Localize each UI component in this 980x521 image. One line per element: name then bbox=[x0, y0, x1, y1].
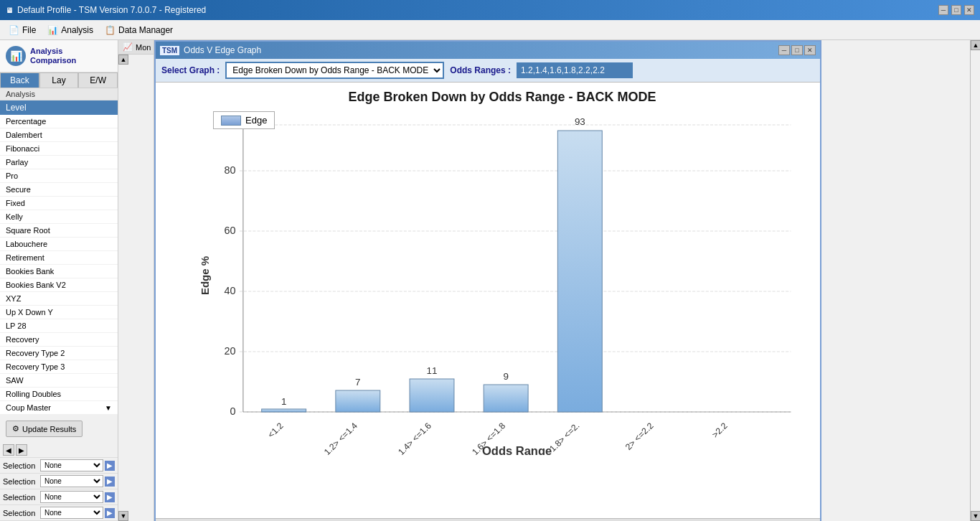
app-title: Default Profile - TSM Version 7.0.0.7 - … bbox=[17, 5, 206, 15]
update-results-button[interactable]: ⚙ Update Results bbox=[6, 421, 83, 437]
list-item[interactable]: XYZ bbox=[0, 292, 118, 306]
list-item[interactable]: Labouchere bbox=[0, 238, 118, 251]
legend-color-swatch bbox=[221, 116, 241, 126]
svg-text:1.2> <=1.4: 1.2> <=1.4 bbox=[322, 421, 359, 455]
chart-title-bar: TSM Odds V Edge Graph ─ □ ✕ bbox=[156, 42, 820, 59]
mid-scroll-area: ▲ ▼ bbox=[118, 55, 154, 521]
chart-main-title: Edge Broken Down by Odds Range - BACK MO… bbox=[199, 90, 806, 105]
scroll-up-button[interactable]: ▲ bbox=[118, 55, 128, 65]
selection-arrow-1[interactable]: ▶ bbox=[105, 461, 115, 471]
list-item[interactable]: Fibonacci bbox=[0, 142, 118, 156]
list-item[interactable]: Square Root bbox=[0, 224, 118, 238]
chart-close-button[interactable]: ✕ bbox=[804, 45, 816, 55]
analysis-comparison-label: Analysis Comparison bbox=[30, 47, 76, 65]
list-item[interactable]: Coup Master ▼ bbox=[0, 401, 118, 415]
tab-ew[interactable]: E/W bbox=[78, 72, 118, 88]
selection-dropdown-4[interactable]: None bbox=[40, 507, 103, 519]
graph-select[interactable]: Edge Broken Down by Odds Range - BACK MO… bbox=[225, 62, 444, 79]
svg-rect-19 bbox=[410, 379, 454, 412]
svg-text:80: 80 bbox=[225, 164, 236, 176]
tab-back[interactable]: Back bbox=[0, 72, 39, 88]
svg-text:20: 20 bbox=[225, 345, 236, 357]
section-analysis-label: Analysis bbox=[0, 88, 118, 100]
chart-minimize-button[interactable]: ─ bbox=[778, 45, 790, 55]
list-item[interactable]: SAW bbox=[0, 374, 118, 388]
scroll-down-button[interactable]: ▼ bbox=[118, 511, 128, 521]
nav-arrows: ◀ ▶ bbox=[0, 443, 118, 458]
selection-row-3: Selection None ▶ bbox=[0, 489, 118, 505]
right-scroll-up[interactable]: ▲ bbox=[971, 40, 980, 50]
list-item[interactable]: Retirement bbox=[0, 251, 118, 265]
strategy-list: Percentage Dalembert Fibonacci Parlay Pr… bbox=[0, 115, 118, 415]
mid-values bbox=[118, 65, 154, 511]
close-button[interactable]: ✕ bbox=[964, 5, 974, 15]
tab-lay[interactable]: Lay bbox=[39, 72, 79, 88]
selection-row-4: Selection None ▶ bbox=[0, 505, 118, 521]
svg-text:60: 60 bbox=[225, 225, 236, 236]
svg-text:<1.2: <1.2 bbox=[265, 421, 285, 440]
list-item[interactable]: Percentage bbox=[0, 115, 118, 128]
list-item[interactable]: Fixed bbox=[0, 197, 118, 210]
level-header: Level bbox=[0, 100, 118, 115]
selection-row-1: Selection None ▶ bbox=[0, 458, 118, 474]
analysis-icon: 📊 bbox=[6, 46, 26, 66]
mid-header: 📈 Mon bbox=[118, 40, 154, 55]
chart-window-controls: ─ □ ✕ bbox=[778, 45, 816, 55]
right-scroll-down[interactable]: ▼ bbox=[971, 511, 980, 521]
menu-analysis[interactable]: 📊 Analysis bbox=[42, 22, 99, 38]
chart-window-title: Odds V Edge Graph bbox=[184, 45, 261, 55]
chart-toolbar: Select Graph : Edge Broken Down by Odds … bbox=[156, 59, 820, 83]
svg-text:1.8> <=2.: 1.8> <=2. bbox=[547, 421, 581, 454]
menu-data-manager[interactable]: 📋 Data Manager bbox=[99, 22, 179, 38]
bar-chart: 0 20 40 60 80 100 bbox=[199, 111, 806, 455]
selection-label-2: Selection bbox=[3, 477, 39, 486]
selection-label-3: Selection bbox=[3, 493, 39, 502]
maximize-button[interactable]: □ bbox=[951, 5, 961, 15]
list-item[interactable]: Dalembert bbox=[0, 128, 118, 142]
selection-dropdown-2[interactable]: None bbox=[40, 475, 103, 487]
svg-text:40: 40 bbox=[225, 285, 236, 296]
svg-text:1: 1 bbox=[281, 396, 286, 407]
chart-status-bar: 7% Stan. Dev. 0.13 Archie Sc. 25.7 Longe… bbox=[156, 518, 820, 521]
list-item[interactable]: Parlay bbox=[0, 156, 118, 169]
data-icon: 📋 bbox=[105, 25, 116, 35]
minimize-button[interactable]: ─ bbox=[938, 5, 948, 15]
list-item[interactable]: Secure bbox=[0, 183, 118, 197]
selection-arrow-4[interactable]: ▶ bbox=[105, 508, 115, 518]
chart-maximize-button[interactable]: □ bbox=[791, 45, 803, 55]
chart-icon: 📈 bbox=[123, 42, 133, 52]
chart-window: TSM Odds V Edge Graph ─ □ ✕ Select Graph… bbox=[154, 40, 821, 521]
right-scroll-track bbox=[971, 50, 980, 511]
menu-file[interactable]: 📄 File bbox=[3, 22, 42, 38]
list-item[interactable]: Pro bbox=[0, 169, 118, 183]
left-panel: 📊 Analysis Comparison Back Lay E/W Analy… bbox=[0, 40, 118, 521]
svg-text:2> <=2.2: 2> <=2.2 bbox=[623, 421, 656, 452]
list-item[interactable]: Bookies Bank V2 bbox=[0, 278, 118, 292]
selection-dropdown-1[interactable]: None bbox=[40, 459, 103, 471]
selection-label-4: Selection bbox=[3, 509, 39, 517]
list-item[interactable]: LP 28 bbox=[0, 319, 118, 333]
svg-rect-17 bbox=[336, 390, 380, 412]
chart-content: Edge Broken Down by Odds Range - BACK MO… bbox=[156, 83, 820, 518]
right-area: c Profit 100.12 100.34 99.34 99.72 100.0… bbox=[154, 40, 980, 521]
chart-window-title-area: TSM Odds V Edge Graph bbox=[160, 45, 261, 55]
nav-next-button[interactable]: ▶ bbox=[16, 444, 27, 456]
title-bar: 🖥 Default Profile - TSM Version 7.0.0.7 … bbox=[0, 0, 980, 20]
list-item[interactable]: Recovery Type 2 bbox=[0, 347, 118, 360]
selection-arrow-2[interactable]: ▶ bbox=[105, 477, 115, 487]
list-item[interactable]: Recovery Type 3 bbox=[0, 360, 118, 374]
svg-rect-23 bbox=[557, 131, 602, 412]
main-layout: 📊 Analysis Comparison Back Lay E/W Analy… bbox=[0, 40, 980, 521]
selection-arrow-3[interactable]: ▶ bbox=[105, 492, 115, 502]
nav-prev-button[interactable]: ◀ bbox=[3, 444, 14, 456]
list-item[interactable]: Kelly bbox=[0, 210, 118, 224]
list-item[interactable]: Rolling Doubles bbox=[0, 388, 118, 401]
gear-icon: ⚙ bbox=[12, 424, 19, 433]
title-bar-left: 🖥 Default Profile - TSM Version 7.0.0.7 … bbox=[6, 5, 206, 15]
list-item[interactable]: Bookies Bank bbox=[0, 265, 118, 278]
list-item[interactable]: Recovery bbox=[0, 333, 118, 347]
list-item[interactable]: Up X Down Y bbox=[0, 306, 118, 319]
selection-dropdown-3[interactable]: None bbox=[40, 491, 103, 503]
odds-ranges-input[interactable] bbox=[517, 62, 633, 78]
svg-rect-21 bbox=[484, 385, 528, 412]
